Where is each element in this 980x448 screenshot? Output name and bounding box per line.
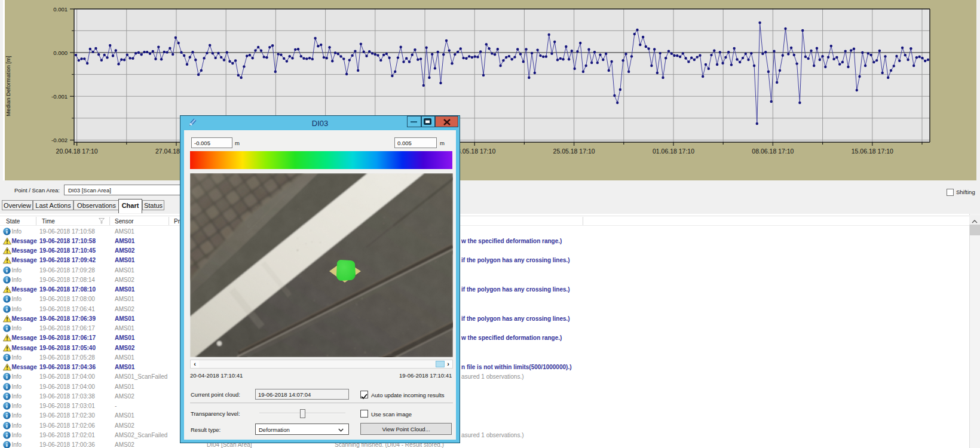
svg-text:20.04.18 17:10: 20.04.18 17:10: [56, 148, 98, 155]
svg-text:08.06.18 17:10: 08.06.18 17:10: [752, 148, 794, 155]
svg-text:0.000: 0.000: [53, 50, 68, 56]
svg-text:-0.002: -0.002: [51, 137, 68, 143]
svg-text:15.06.18 17:10: 15.06.18 17:10: [852, 148, 893, 155]
svg-text:01.06.18 17:10: 01.06.18 17:10: [653, 148, 694, 155]
svg-text:0.001: 0.001: [53, 6, 68, 13]
svg-text:-0.001: -0.001: [51, 93, 68, 100]
svg-text:25.05.18 17:10: 25.05.18 17:10: [553, 148, 595, 155]
svg-text:Median Deformation [m]: Median Deformation [m]: [5, 56, 11, 116]
